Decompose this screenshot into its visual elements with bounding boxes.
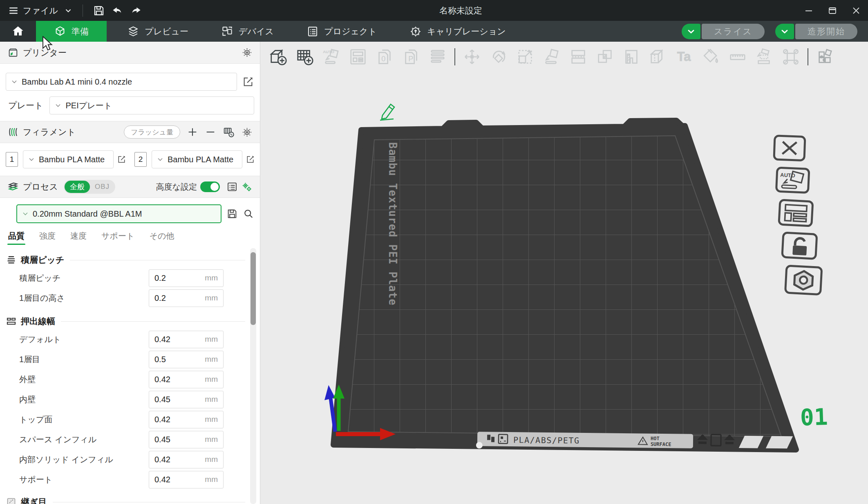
edit-filament-1-icon[interactable] [117,154,126,165]
inner-wall-line-width-input[interactable]: 0.45mm [149,391,224,408]
layer-height-input[interactable]: 0.2 mm [149,269,224,287]
scope-global-button[interactable]: 全般 [65,181,90,193]
filament-coil-icon [7,126,19,138]
section-header-line-width: 押出線幅 [6,314,260,328]
calibration-gear-icon [409,25,422,38]
file-menu[interactable]: ファイル [8,5,58,16]
process-preset-value: 0.20mm Standard @BBL A1M [33,209,142,219]
add-filament-button[interactable] [187,126,198,138]
minimize-button[interactable] [797,0,821,21]
delete-plate-button[interactable] [774,136,805,161]
internal-solid-infill-line-width-input[interactable]: 0.42mm [149,451,224,468]
advanced-settings-label: 高度な設定 [156,181,197,193]
unlock-icon [795,238,805,246]
process-preset-select[interactable]: 0.20mm Standard @BBL A1M [16,204,221,223]
first-layer-line-width-input[interactable]: 0.5mm [149,351,224,368]
tab-preview[interactable]: プレビュー [115,21,201,42]
filament-settings-button[interactable] [242,127,253,138]
process-tab-others[interactable]: その他 [149,231,174,245]
tab-device[interactable]: デバイス [209,21,286,42]
close-button[interactable] [844,0,868,21]
slice-split-button: スライス [682,24,765,39]
tune-gears-icon [241,181,253,193]
build-plate-scene[interactable]: Bambu Textured PEI Plate PLA/ABS/PETG HO… [260,42,868,504]
slice-button[interactable]: スライス [702,24,765,39]
settings-list-button[interactable] [226,181,238,193]
default-line-width-input[interactable]: 0.42mm [149,331,224,348]
process-tab-quality[interactable]: 品質 [8,231,25,245]
process-tab-support[interactable]: サポート [101,231,134,245]
printer-select-value: Bambu Lab A1 mini 0.4 nozzle [22,77,132,87]
setting-label: 内部ソリッド インフィル [19,454,113,465]
home-button[interactable] [0,21,36,42]
ams-sync-button[interactable] [223,126,235,138]
setting-label: 1層目 [19,354,40,365]
settings-panel: 積層ピッチ 積層ピッチ 0.2 mm 1層目の高さ 0.2 mm 押出線幅 [0,245,260,504]
home-icon [11,25,25,38]
setting-label: サポート [19,474,52,485]
hot-surface-label-2: SURFACE [651,441,671,448]
chevron-down-icon [21,210,29,218]
setting-row: サポート 0.42mm [0,470,260,488]
setting-row: スパース インフィル 0.45mm [0,430,260,448]
setting-label: 1層目の高さ [19,293,65,304]
save-preset-icon[interactable] [226,208,238,220]
slice-dropdown-button[interactable] [682,24,700,39]
tab-project[interactable]: プロジェクト [294,21,389,42]
start-print-button[interactable]: 造形開始 [795,24,857,39]
rename-plate-icon[interactable] [380,104,394,120]
scope-object-button[interactable]: OBJ [90,183,114,191]
hot-surface-label-1: HOT [651,436,660,441]
plate-type-select[interactable]: PEIプレート [49,96,254,114]
setting-label: 積層ピッチ [19,273,60,284]
printer-section-header: プリンター [0,42,260,64]
tab-calibration[interactable]: キャリブレーション [397,21,518,42]
edit-printer-icon[interactable] [242,76,254,88]
filament-2-index: 2 [134,152,147,167]
setting-label: トップ面 [19,414,52,425]
undo-icon[interactable] [111,4,124,17]
advanced-settings-toggle[interactable] [200,181,220,192]
bambu-logo-icon [487,435,490,440]
redo-icon[interactable] [130,4,143,17]
printer-settings-gear-icon[interactable] [242,47,253,58]
remove-filament-button[interactable] [205,126,216,138]
support-line-width-input[interactable]: 0.42mm [149,471,224,488]
setting-row: 外壁 0.42mm [0,370,260,388]
filament-1-select[interactable]: Bambu PLA Matte [23,150,114,168]
sparse-infill-line-width-input[interactable]: 0.45mm [149,431,224,448]
flush-volume-button[interactable]: フラッシュ量 [124,125,180,139]
sidebar: プリンター Bambu Lab A1 mini 0.4 nozzle プレート … [0,42,260,504]
maximize-button[interactable] [821,0,844,21]
parameter-tune-button[interactable] [241,181,253,193]
search-preset-icon[interactable] [243,208,254,220]
first-layer-height-input[interactable]: 0.2 mm [149,289,224,307]
chevron-down-icon[interactable] [64,6,73,15]
edit-filament-2-icon[interactable] [246,154,255,165]
filament-2-select[interactable]: Bambu PLA Matte [152,150,242,168]
setting-label: スパース インフィル [19,434,96,445]
process-tab-speed[interactable]: 速度 [70,231,87,245]
outer-wall-line-width-input[interactable]: 0.42mm [149,371,224,388]
settings-scrollbar-thumb[interactable] [251,252,256,325]
top-surface-line-width-input[interactable]: 0.42mm [149,411,224,428]
arrange-plate-button[interactable] [779,200,813,226]
save-icon[interactable] [93,4,105,17]
settings-list-icon [226,181,238,193]
setting-label: 内壁 [19,394,36,405]
toggle-knob [210,183,219,191]
printer-select[interactable]: Bambu Lab A1 mini 0.4 nozzle [6,73,237,91]
plate-side-buttons: AUTO [774,136,822,294]
process-tab-strength[interactable]: 強度 [39,231,56,245]
tab-label: プレビュー [145,26,188,37]
plate-settings-button[interactable] [785,266,822,294]
lock-plate-button[interactable] [782,233,817,259]
setting-row: 内壁 0.45mm [0,390,260,408]
viewport-3d[interactable]: AUTO 0 P [260,42,868,504]
hamburger-icon [8,5,19,16]
filament-header-label: フィラメント [23,126,76,138]
print-dropdown-button[interactable] [775,24,794,39]
filament-1-index: 1 [6,152,18,167]
printer-icon [7,47,19,58]
auto-orient-plate-button[interactable]: AUTO [776,168,809,193]
